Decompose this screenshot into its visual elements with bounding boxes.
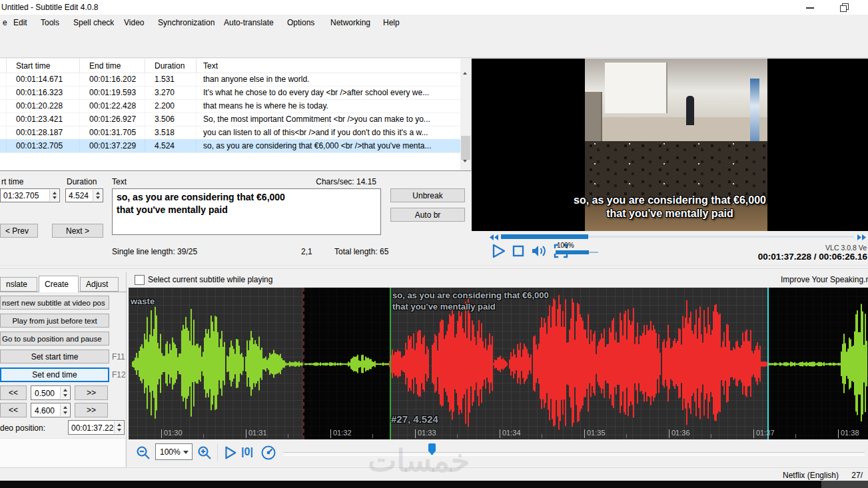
waveform-play-icon[interactable] [222,445,238,461]
stop-button[interactable] [512,244,525,258]
column-end-time[interactable]: End time [80,59,145,73]
play-from-zero-icon[interactable]: |0| [241,446,253,458]
zoom-out-icon[interactable] [135,445,151,461]
menu-file[interactable]: e [3,18,7,27]
go-to-sub-position-button[interactable]: Go to sub position and pause [0,332,109,346]
menu-tools[interactable]: Tools [41,18,59,27]
f11-shortcut-label: F11 [112,352,125,362]
table-row[interactable]: 00:01:14.671 00:01:16.202 1.531 than any… [0,73,460,87]
splitter-line [0,268,868,269]
waveform-display[interactable]: waste so, as you are considering that €6… [129,288,868,439]
table-row[interactable]: 00:01:28.187 00:01:31.705 3.518 you can … [0,126,460,140]
volume-icon[interactable] [530,243,548,259]
start-time-value: 01:32.705 [3,191,39,200]
menu-help[interactable]: Help [383,18,400,27]
play-button[interactable] [490,242,507,260]
bottom-strip [0,481,868,488]
toolbar: ? Format SubRip (.srt) Encoding UTF-8 wi… [0,31,868,58]
watermark: خمسات [368,442,470,479]
set-end-time-button[interactable]: Set end time [0,367,109,382]
status-format-name: Netflix (English) [783,471,839,480]
video-frame-speaker [686,96,694,125]
tab-translate[interactable]: nslate [0,277,37,292]
timeline-minor-tick [795,434,796,438]
vlc-version-label: VLC 3.0.8 Ve [825,244,867,252]
nudge-large-value: 4.600 [35,406,55,415]
nudge-large-stepper[interactable]: 4.600 [31,403,71,417]
column-start-time[interactable]: Start time [7,59,80,73]
nudge-back-large-button[interactable]: << [0,403,27,417]
list-scrollbar[interactable] [460,59,471,171]
menu-spell-check[interactable]: Spell check [73,18,114,27]
zoom-in-icon[interactable] [197,445,213,461]
timeline-minor-tick [372,434,373,438]
next-button[interactable]: Next > [52,224,103,238]
separator [217,443,218,461]
start-time-stepper[interactable]: 01:32.705 [0,188,60,202]
timeline-minor-tick [626,434,627,438]
select-current-checkbox[interactable] [135,275,145,285]
prev-button[interactable]: < Prev [0,224,38,238]
column-text[interactable]: Text [197,59,460,73]
column-number[interactable] [0,59,7,73]
nudge-forward-small-button[interactable]: >> [75,385,108,400]
insert-subtitle-button[interactable]: nsert new subtitle at video pos [0,296,109,310]
video-panel: so, as you are considering that €6,000 t… [472,59,868,265]
column-duration[interactable]: Duration [145,59,197,73]
scroll-up-icon[interactable] [463,63,467,72]
nudge-back-small-button[interactable]: << [0,385,27,400]
video-position-stepper[interactable]: 00:01:37.228 [68,420,125,435]
menu-video[interactable]: Video [124,18,144,27]
menu-auto-translate[interactable]: Auto-translate [224,18,274,27]
duration-value: 4.524 [69,191,89,200]
stepper-arrows[interactable] [93,190,102,201]
video-frame-wall [585,117,767,141]
stepper-arrows[interactable] [49,190,59,201]
rewind-icon[interactable] [489,234,499,241]
tab-adjust[interactable]: Adjust [80,277,119,292]
duration-stepper[interactable]: 4.524 [65,188,103,202]
video-time-display: 00:01:37.228 / 00:06:26.16 [758,252,867,262]
scrollbar-thumb[interactable] [461,136,470,160]
unbreak-button[interactable]: Unbreak [390,188,465,202]
select-current-label: Select current subtitle while playing [148,275,272,284]
subtitle-text-editor[interactable]: so, as you are considering that €6,000 t… [112,188,381,235]
seek-bar[interactable] [501,234,854,240]
timeline-label: 01:33 [415,429,436,438]
nudge-small-value: 0.500 [35,389,55,398]
auto-br-button[interactable]: Auto br [390,208,465,222]
chevron-down-icon [183,451,189,454]
menu-networking[interactable]: Networking [330,18,370,27]
waveform-zoom-select[interactable]: 100% [155,443,193,460]
table-row-selected[interactable]: 00:01:32.705 00:01:37.229 4.524 so, as y… [0,139,460,153]
timeline-label: 01:36 [669,429,690,438]
stepper-arrows[interactable] [114,421,123,433]
minimize-button[interactable] [806,7,814,9]
table-row[interactable]: 00:01:20.228 00:01:22.428 2.200 that mea… [0,99,460,113]
menu-edit[interactable]: Edit [13,18,27,27]
fast-forward-icon[interactable] [857,234,867,241]
video-display[interactable]: so, as you are considering that €6,000 t… [472,59,868,231]
timeline-minor-tick [542,434,542,438]
menu-synchronization[interactable]: Synchronization [158,18,215,27]
tab-create[interactable]: Create [39,276,79,292]
nudge-forward-large-button[interactable]: >> [75,403,108,417]
video-frame-screen [605,63,667,113]
timeline-label: 01:35 [584,429,606,438]
video-file-name: Improve Your Speaking.m [781,275,868,284]
table-row[interactable]: 00:01:23.421 00:01:26.927 3.506 So, the … [0,113,460,126]
play-before-text-button[interactable]: Play from just before text [0,314,109,328]
playback-speed-icon[interactable] [260,444,277,461]
menu-options[interactable]: Options [287,18,314,27]
restore-button[interactable] [840,3,849,11]
stepper-arrows[interactable] [60,404,69,416]
nudge-small-stepper[interactable]: 0.500 [31,385,71,400]
volume-slider[interactable] [556,250,598,255]
waveform-prev-text: waste [131,296,155,306]
timeline-minor-tick [457,434,458,438]
stepper-arrows[interactable] [60,387,69,399]
table-row[interactable]: 00:01:16.323 00:01:19.593 3.270 It's wha… [0,86,460,100]
timeline-label: 01:37 [753,429,775,438]
set-start-time-button[interactable]: Set start time [0,350,109,364]
start-time-label: rt time [1,177,23,186]
